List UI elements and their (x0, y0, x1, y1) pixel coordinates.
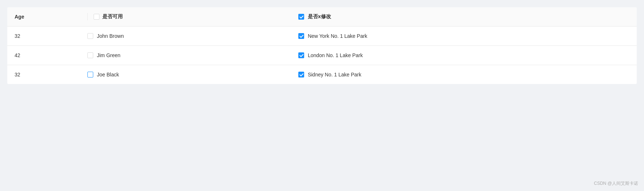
age-column-header: Age (7, 7, 80, 27)
available-header-checkbox[interactable] (94, 14, 99, 20)
modified-checkbox[interactable] (298, 72, 304, 77)
table-row: 32John BrownNew York No. 1 Lake Park (7, 27, 637, 46)
age-cell: 42 (7, 46, 80, 65)
modified-cell: London No. 1 Lake Park (291, 46, 637, 65)
available-cell: Jim Green (80, 46, 291, 65)
modified-header-checkbox[interactable] (298, 14, 304, 20)
person-name: Jim Green (97, 52, 121, 58)
table-header-row: Age 是否可用 是否x修改 (7, 7, 637, 27)
available-checkbox[interactable] (87, 72, 93, 77)
modified-checkbox[interactable] (298, 33, 304, 39)
table-row: 42Jim GreenLondon No. 1 Lake Park (7, 46, 637, 65)
watermark: CSDN @人间艾斯卡诺 (594, 180, 638, 187)
age-cell: 32 (7, 65, 80, 84)
person-name: John Brown (97, 33, 124, 39)
age-cell: 32 (7, 27, 80, 46)
available-checkbox[interactable] (87, 52, 93, 58)
data-table: Age 是否可用 是否x修改 32John Brown (7, 7, 637, 84)
address-text: London No. 1 Lake Park (308, 52, 363, 58)
modified-cell: Sidney No. 1 Lake Park (291, 65, 637, 84)
table-row: 32Joe BlackSidney No. 1 Lake Park (7, 65, 637, 84)
modified-column-header: 是否x修改 (291, 7, 637, 27)
modified-checkbox[interactable] (298, 52, 304, 58)
available-checkbox[interactable] (87, 33, 93, 39)
address-text: New York No. 1 Lake Park (308, 33, 367, 39)
column-divider (87, 13, 88, 20)
available-column-header: 是否可用 (80, 7, 291, 27)
available-cell: John Brown (80, 27, 291, 46)
available-cell: Joe Black (80, 65, 291, 84)
modified-cell: New York No. 1 Lake Park (291, 27, 637, 46)
person-name: Joe Black (97, 72, 119, 77)
address-text: Sidney No. 1 Lake Park (308, 72, 361, 77)
